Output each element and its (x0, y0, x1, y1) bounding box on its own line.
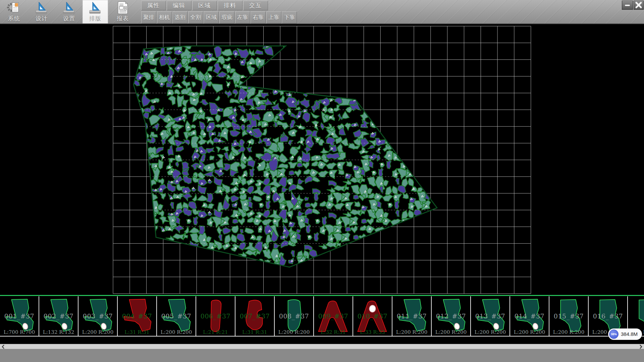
piece-name: 015_#37 (549, 312, 588, 320)
tool-button-2[interactable]: 相机 (157, 11, 172, 23)
piece-name: 012_#37 (432, 312, 470, 320)
menu-button-3[interactable]: 区域 (192, 1, 217, 10)
piece-thumbnail-3[interactable]: 003_#37L:200 R:200 (78, 296, 118, 336)
piece-count-label: L:200 R:200 (471, 329, 509, 335)
piece-thumbnail-12[interactable]: 012_#37L:200 R:200 (432, 296, 471, 336)
tool-button-8[interactable]: 右靠 (251, 11, 266, 23)
memory-usage-badge: 38% 384.8M (608, 328, 642, 340)
ruler-icon (88, 1, 103, 16)
report-icon (115, 1, 130, 16)
tool-button-1[interactable]: 聚排 (141, 11, 156, 23)
piece-count-label: L:200 R:200 (157, 329, 196, 335)
memory-percent-indicator: 38% (609, 329, 619, 339)
status-bar (0, 349, 644, 362)
piece-thumbnail-15[interactable]: 015_#37L:200 R:200 (549, 296, 589, 336)
tab-2[interactable]: 设计 (29, 0, 54, 23)
piece-name: 007_#37 (235, 312, 274, 320)
close-button[interactable] (634, 1, 644, 10)
tool-button-6[interactable]: 瑕疵 (219, 11, 234, 23)
piece-thumbnail-strip[interactable]: 001_#37L:700 R:700002_#37L:132 R:132003_… (0, 296, 644, 337)
piece-count-label: L:33 R:33 (353, 329, 392, 335)
scroll-left-icon[interactable] (1, 344, 6, 349)
ruler-icon (62, 1, 76, 16)
piece-name: 003_#37 (78, 312, 117, 320)
piece-count-label: L:200 R:200 (275, 329, 313, 335)
menu-button-2[interactable]: 编辑 (167, 1, 192, 10)
piece-name: 001_#37 (0, 312, 39, 320)
menu-button-1[interactable]: 属性 (141, 1, 166, 10)
piece-thumbnail-5[interactable]: 005_#37L:200 R:200 (157, 296, 196, 336)
tab-label: 排版 (83, 15, 108, 22)
application-window: 系统设计设置排版报表 属性编辑区域排料交互 聚排相机选割全割区域瑕疵左靠右靠上靠… (0, 0, 644, 362)
piece-name: 006_#37 (196, 312, 235, 320)
tool-button-5[interactable]: 区域 (204, 11, 219, 23)
piece-count-label: L:700 R:700 (0, 329, 39, 335)
menu-button-4[interactable]: 排料 (218, 1, 243, 10)
ruler-icon (34, 1, 49, 16)
piece-thumbnail-1[interactable]: 001_#37L:700 R:700 (0, 296, 39, 336)
tab-label: 设置 (56, 15, 82, 22)
tab-label: 系统 (1, 15, 27, 22)
piece-count-label: L:31 R:31 (235, 329, 274, 335)
piece-name: 010_#37 (353, 312, 392, 320)
piece-count-label: L:200 R:200 (392, 329, 431, 335)
menu-button-5[interactable]: 交互 (243, 1, 268, 10)
tab-1[interactable]: 系统 (1, 0, 27, 23)
main-toolbar: 系统设计设置排版报表 属性编辑区域排料交互 聚排相机选割全割区域瑕疵左靠右靠上靠… (0, 0, 644, 24)
horizontal-scrollbar[interactable] (0, 344, 644, 349)
piece-name: 013_#37 (471, 312, 509, 320)
piece-name: 011_#37 (392, 312, 431, 320)
piece-name: 0 (628, 312, 644, 320)
piece-name: 009_#37 (314, 312, 353, 320)
tool-button-3[interactable]: 选割 (172, 11, 187, 23)
tab-label: 设计 (29, 15, 54, 22)
system-icon (7, 1, 21, 16)
tool-button-10[interactable]: 下靠 (282, 11, 297, 23)
close-icon (634, 1, 643, 9)
tool-button-7[interactable]: 左靠 (235, 11, 250, 23)
piece-count-label: L:200 R:200 (510, 329, 549, 335)
piece-thumbnail-7[interactable]: 007_#37L:31 R:31 (235, 296, 275, 336)
tab-5[interactable]: 报表 (110, 0, 136, 23)
piece-thumbnail-4[interactable]: 004_#37L:31 R:31 (118, 296, 157, 336)
memory-value-label: 384.8M (621, 328, 638, 340)
tab-3[interactable]: 设置 (56, 0, 82, 23)
nesting-drawing (0, 24, 644, 295)
tab-label: 报表 (110, 15, 136, 22)
piece-thumbnail-13[interactable]: 013_#37L:200 R:200 (471, 296, 510, 336)
piece-thumbnail-14[interactable]: 014_#37L:200 R:200 (510, 296, 549, 336)
tool-button-9[interactable]: 上靠 (266, 11, 281, 23)
minimize-icon (622, 1, 633, 9)
piece-count-label: L:31 R:31 (118, 329, 156, 335)
strip-separator-line (0, 295, 644, 296)
piece-thumbnail-8[interactable]: 008_#37L:200 R:200 (275, 296, 314, 336)
piece-count-label: L:21 R:21 (196, 329, 235, 335)
piece-count-label: L:132 R:132 (39, 329, 78, 335)
piece-count-label: L:200 R:200 (549, 329, 588, 335)
tab-4[interactable]: 排版 (83, 0, 108, 23)
piece-name: 016_#37 (589, 312, 627, 320)
piece-thumbnail-11[interactable]: 011_#37L:200 R:200 (392, 296, 432, 336)
minimize-button[interactable] (622, 1, 633, 10)
piece-thumbnail-10[interactable]: 010_#37L:33 R:33 (353, 296, 392, 336)
nesting-canvas-viewport[interactable] (0, 24, 644, 295)
piece-thumbnail-6[interactable]: 006_#37L:21 R:21 (196, 296, 235, 336)
piece-thumbnail-2[interactable]: 002_#37L:132 R:132 (39, 296, 78, 336)
scroll-right-icon[interactable] (638, 344, 643, 349)
piece-name: 004_#37 (118, 312, 156, 320)
piece-count-label: L:200 R:200 (78, 329, 117, 335)
piece-name: 005_#37 (157, 312, 196, 320)
piece-name: 014_#37 (510, 312, 549, 320)
piece-name: 002_#37 (39, 312, 78, 320)
piece-thumbnail-9[interactable]: 009_#37L:32 R:31 (314, 296, 353, 336)
piece-count-label: L:200 R:200 (432, 329, 470, 335)
piece-count-label: L:32 R:31 (314, 329, 353, 335)
piece-name: 008_#37 (275, 312, 313, 320)
tool-button-4[interactable]: 全割 (188, 11, 203, 23)
